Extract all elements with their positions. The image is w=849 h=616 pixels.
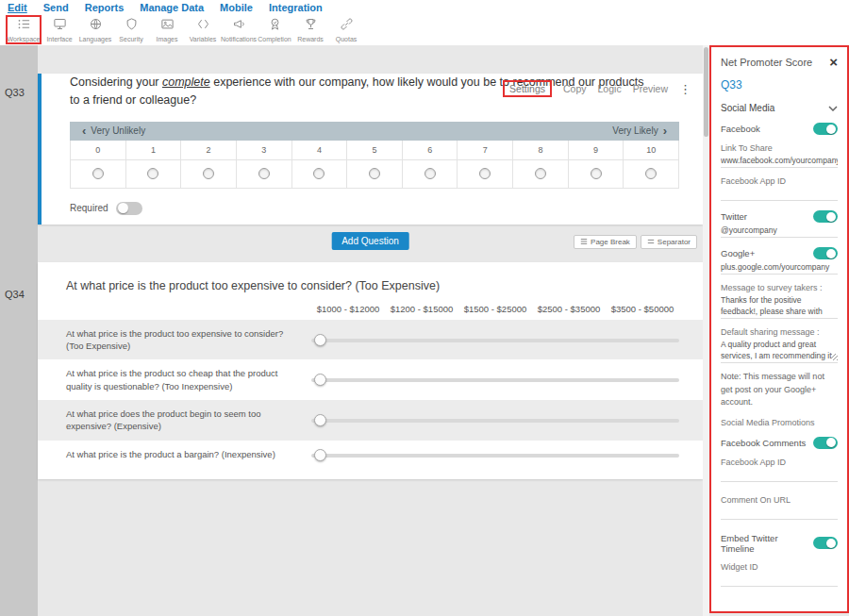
toolbar-item-quotas[interactable]: Quotas: [328, 15, 364, 44]
scale-radio[interactable]: [92, 168, 104, 179]
page-break-icon: [580, 238, 588, 245]
scale-value: 7: [458, 141, 513, 160]
page-break-button[interactable]: Page Break: [574, 235, 637, 249]
toolbar-item-interface[interactable]: Interface: [42, 15, 77, 44]
question-text-q34: At what price is the product too expensi…: [38, 262, 703, 304]
scale-radio[interactable]: [645, 168, 657, 179]
widget-id-input[interactable]: [721, 572, 838, 587]
survey-builder-app: Edit Send Reports Manage Data Mobile Int…: [0, 0, 849, 616]
facebook-toggle[interactable]: [813, 123, 838, 135]
question-text-emphasis: complete: [162, 75, 210, 89]
price-row-label: At what price is the product too expensi…: [66, 327, 311, 353]
scale-radio[interactable]: [424, 168, 436, 179]
toolbar-item-variables[interactable]: Variables: [185, 15, 221, 44]
google-plus-url-input[interactable]: [721, 259, 838, 275]
facebook-app-id-label: Facebook App ID: [721, 176, 838, 186]
price-matrix-header: $1000 - $12000 $1200 - $15000 $1500 - $2…: [38, 304, 703, 320]
close-icon[interactable]: ×: [829, 55, 838, 69]
menu-item-edit[interactable]: Edit: [8, 2, 27, 13]
slider-track[interactable]: [311, 378, 679, 382]
price-column-header: $3500 - $50000: [606, 304, 679, 314]
scale-value: 5: [347, 141, 403, 160]
logic-button[interactable]: Logic: [598, 83, 622, 94]
scale-radio[interactable]: [313, 168, 325, 179]
scale-radio[interactable]: [258, 168, 270, 179]
resize-grip-icon[interactable]: [831, 354, 838, 360]
images-icon: [160, 17, 175, 35]
scale-radio[interactable]: [479, 168, 491, 179]
slider-handle[interactable]: [314, 334, 326, 346]
scrollbar-thumb[interactable]: [704, 47, 708, 137]
scale-chevron-left-icon[interactable]: ‹: [82, 124, 86, 138]
copy-button[interactable]: Copy: [563, 83, 587, 94]
twitter-toggle[interactable]: [813, 210, 838, 223]
link-to-share-input[interactable]: [721, 153, 838, 168]
facebook-app-id-2-input[interactable]: [721, 467, 838, 482]
workspace-icon: [17, 17, 31, 35]
scale-value: 8: [513, 141, 569, 160]
google-plus-note: Note: This message will not get post on …: [721, 371, 838, 409]
scale-radio[interactable]: [535, 168, 546, 179]
scale-chevron-right-icon[interactable]: ›: [663, 124, 667, 138]
default-sharing-message-input[interactable]: A quality product and great services, I …: [721, 337, 838, 363]
toolbar-item-images[interactable]: Images: [149, 15, 185, 44]
comment-on-url-input[interactable]: [721, 505, 838, 520]
more-options-icon[interactable]: ⋮: [679, 83, 691, 95]
vertical-scrollbar[interactable]: [703, 45, 709, 616]
toolbar-item-security[interactable]: Security: [113, 15, 149, 44]
menu-item-mobile[interactable]: Mobile: [220, 2, 253, 13]
twitter-handle-input[interactable]: [721, 223, 838, 238]
separator-icon: [647, 238, 655, 245]
preview-button[interactable]: Preview: [633, 83, 668, 94]
scale-left-label: Very Unlikely: [91, 125, 145, 136]
scale-radio[interactable]: [147, 168, 158, 179]
widget-id-label: Widget ID: [721, 562, 838, 572]
message-to-survey-takers-input[interactable]: Thanks for the positive feedback!, pleas…: [721, 292, 838, 319]
slider-handle[interactable]: [314, 374, 326, 386]
google-plus-toggle[interactable]: [813, 247, 838, 259]
toolbar-item-languages[interactable]: Languages: [77, 15, 113, 44]
required-row: Required: [70, 202, 674, 215]
question-id-q34: Q34: [5, 289, 25, 300]
toolbar-item-workspace[interactable]: Workspace: [6, 15, 42, 44]
default-sharing-message-label: Default sharing message :: [721, 327, 838, 337]
interface-icon: [53, 17, 67, 35]
scale-radio[interactable]: [369, 168, 380, 179]
slider-track[interactable]: [311, 454, 679, 458]
separator-button[interactable]: Separator: [641, 235, 697, 249]
scale-value: 4: [292, 141, 348, 160]
message-to-survey-takers-label: Message to survey takers :: [721, 283, 838, 292]
menu-item-manage-data[interactable]: Manage Data: [140, 2, 204, 13]
toolbar-item-label: Quotas: [336, 36, 358, 42]
nps-value-row: 0 1 2 3 4 5 6 7 8 9 10: [70, 141, 679, 160]
menu-item-reports[interactable]: Reports: [85, 2, 125, 13]
toolbar-item-rewards[interactable]: Rewards: [292, 15, 328, 44]
price-row-label: At what price is the product a bargain? …: [66, 448, 311, 460]
slider-track[interactable]: [311, 419, 679, 423]
menu-item-send[interactable]: Send: [43, 2, 69, 13]
menu-item-integration[interactable]: Integration: [269, 2, 323, 13]
price-slider: [311, 448, 679, 462]
add-question-button[interactable]: Add Question: [331, 232, 409, 250]
toolbar-item-completion[interactable]: Completion: [257, 15, 292, 44]
question-card-q33: Settings Copy Logic Preview ⋮ Considerin…: [38, 74, 703, 225]
scale-radio[interactable]: [591, 168, 602, 179]
toolbar-item-label: Security: [119, 36, 142, 42]
question-card-q34: At what price is the product too expensi…: [38, 262, 703, 479]
slider-handle[interactable]: [314, 414, 326, 426]
slider-handle[interactable]: [314, 449, 326, 461]
toolbar-item-notifications[interactable]: Notifications: [221, 15, 257, 44]
toolbar-item-label: Variables: [190, 36, 217, 42]
price-slider-row: At what price is the product a bargain? …: [38, 441, 703, 470]
scale-radio[interactable]: [203, 168, 214, 179]
embed-twitter-timeline-toggle[interactable]: [813, 537, 838, 549]
security-shield-icon: [125, 17, 139, 35]
facebook-app-id-input[interactable]: [721, 186, 838, 201]
required-toggle[interactable]: [116, 202, 142, 215]
slider-track[interactable]: [311, 339, 679, 342]
question-settings-panel: Net Promoter Score × Q33 Social Media Fa…: [709, 45, 849, 613]
settings-button[interactable]: Settings: [503, 80, 552, 97]
facebook-comments-toggle[interactable]: [813, 437, 838, 449]
toolbar-item-label: Notifications: [221, 36, 257, 42]
social-media-section-header[interactable]: Social Media: [721, 103, 838, 113]
